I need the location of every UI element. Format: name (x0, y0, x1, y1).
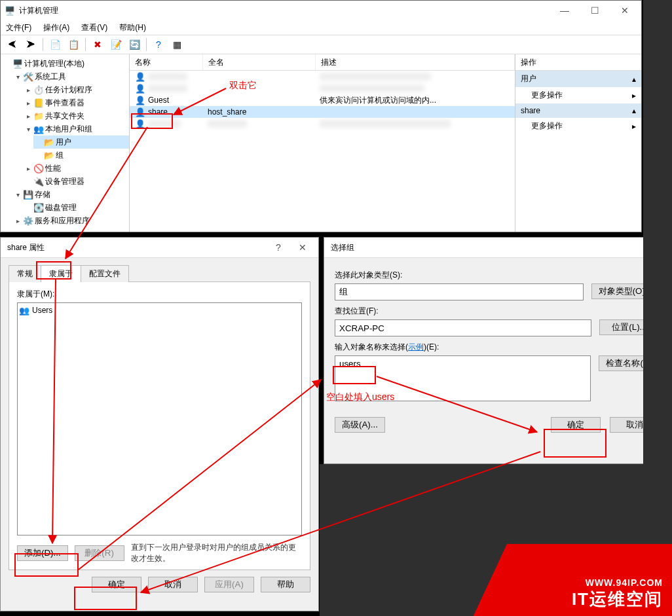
guest-name: Guest (148, 96, 169, 105)
action-header: 操作 (515, 54, 641, 71)
list-row-share[interactable]: 👤share host_share (130, 106, 515, 118)
computer-management-window: 🖥️ 计算机管理 — ☐ ✕ 文件(F) 操作(A) 查看(V) 帮助(H) ⮜… (0, 0, 642, 232)
props-ok-button[interactable]: 确定 (92, 577, 141, 592)
chevron-right-icon: ▸ (632, 122, 636, 131)
window-title: 计算机管理 (19, 5, 58, 16)
location-label: 查找位置(F): (335, 306, 660, 317)
menu-action[interactable]: 操作(A) (43, 22, 69, 33)
refresh-icon[interactable]: 🔄 (126, 37, 142, 52)
back-button[interactable]: ⮜ (5, 37, 20, 52)
toolbar-icon-1[interactable]: 📄 (47, 37, 63, 52)
memberof-list[interactable]: 👥 Users (17, 302, 302, 535)
props-cancel-button[interactable]: 取消 (148, 577, 198, 592)
add-button[interactable]: 添加(D)... (17, 545, 68, 561)
member-users[interactable]: 👥 Users (19, 304, 300, 316)
action-pane: 操作 用户 ▴ 更多操作 ▸ share ▴ 更多操作 ▸ (515, 54, 641, 232)
tree-shared-folders[interactable]: ▸📁共享文件夹 (23, 109, 129, 122)
tree-task-scheduler[interactable]: ▸⏱️任务计划程序 (23, 83, 129, 96)
tab-general[interactable]: 常规 (9, 265, 41, 282)
tree-users[interactable]: 📂用户 (33, 136, 129, 149)
close-button[interactable]: ✕ (610, 1, 640, 20)
advanced-button[interactable]: 高级(A)... (335, 417, 385, 433)
list-row-blur2[interactable]: 👤 (130, 82, 515, 94)
props-buttons: 确定 取消 应用(A) 帮助 (1, 570, 318, 599)
maximize-button[interactable]: ☐ (580, 1, 610, 20)
memberof-note: 直到下一次用户登录时对用户的组成员关系的更改才生效。 (131, 542, 302, 564)
list-row-blur3[interactable]: 👤 (130, 118, 515, 130)
list-header: 名称 全名 描述 (130, 54, 515, 71)
tree-local-users-groups[interactable]: ▾👥本地用户和组 (23, 122, 129, 136)
select-group-dialog: 选择组 ✕ 选择此对象类型(S): 对象类型(O)... 查找位置(F): 位置… (324, 237, 671, 464)
tree-event-viewer[interactable]: ▸📒事件查看器 (23, 96, 129, 109)
action-group-users[interactable]: 用户 ▴ (515, 71, 641, 87)
tree-pane: 🖥️ 计算机管理(本地) ▾🛠️ 系统工具 ▸⏱️任务计划程序 ▸📒事件查看器 (1, 54, 130, 232)
toolbar: ⮜ ⮞ 📄 📋 ✖ 📝 🔄 ? ▦ (1, 35, 641, 54)
remove-button[interactable]: 删除(R) (75, 545, 124, 561)
col-full[interactable]: 全名 (203, 54, 316, 70)
tree-disk-management[interactable]: 💽磁盘管理 (23, 201, 129, 214)
col-name[interactable]: 名称 (130, 54, 203, 70)
list-row-guest[interactable]: 👤Guest 供来宾访问计算机或访问域的内... (130, 94, 515, 106)
selgrp-title: 选择组 (331, 242, 354, 253)
tab-pane: 隶属于(M): 👥 Users 添加(D)... 删除(R) 直到下一次用户登录… (9, 282, 310, 570)
toolbar-icon-3[interactable]: ▦ (169, 37, 185, 52)
delete-icon[interactable]: ✖ (90, 37, 105, 52)
help-icon[interactable]: ? (151, 37, 166, 52)
action-more-1[interactable]: 更多操作 ▸ (515, 87, 641, 103)
action-group-share[interactable]: share ▴ (515, 103, 641, 118)
toolbar-icon-2[interactable]: 📋 (65, 37, 81, 52)
titlebar: 🖥️ 计算机管理 — ☐ ✕ (1, 1, 641, 20)
col-desc[interactable]: 描述 (316, 54, 515, 70)
obj-type-label: 选择此对象类型(S): (335, 270, 660, 281)
list-pane: 名称 全名 描述 👤 👤 👤Guest 供来宾访问计算机或访问域的内... (130, 54, 515, 232)
tree-services-apps[interactable]: ▸⚙️服务和应用程序 (12, 214, 129, 227)
menu-file[interactable]: 文件(F) (6, 22, 31, 33)
location-field (335, 319, 591, 336)
share-properties-dialog: share 属性 ? ✕ 常规 隶属于 配置文件 隶属于(M): 👥 Users… (0, 237, 319, 611)
guest-desc: 供来宾访问计算机或访问域的内... (320, 95, 436, 106)
props-help-button[interactable]: 帮助 (261, 577, 310, 592)
menu-view[interactable]: 查看(V) (81, 22, 107, 33)
memberof-label: 隶属于(M): (17, 289, 302, 300)
tree-root[interactable]: 🖥️ 计算机管理(本地) (2, 57, 129, 70)
props-titlebar: share 属性 ? ✕ (1, 238, 318, 258)
app-icon: 🖥️ (5, 5, 15, 16)
menubar: 文件(F) 操作(A) 查看(V) 帮助(H) (1, 20, 641, 35)
minimize-button[interactable]: — (550, 1, 580, 20)
collapse-up-icon: ▴ (632, 75, 636, 84)
names-input[interactable] (335, 355, 591, 401)
names-label: 输入对象名称来选择(示例)(E): (335, 342, 660, 353)
share-name: share (148, 107, 168, 117)
tab-profile[interactable]: 配置文件 (81, 265, 129, 282)
props-title: share 属性 (7, 242, 45, 253)
action-more-2[interactable]: 更多操作 ▸ (515, 118, 641, 134)
tab-row: 常规 隶属于 配置文件 (9, 264, 310, 282)
example-link[interactable]: 示例 (408, 342, 424, 352)
tree-device-manager[interactable]: 🔌设备管理器 (23, 175, 129, 188)
share-full: host_share (208, 107, 246, 117)
tree-storage[interactable]: ▾💾存储 (12, 188, 129, 201)
tree-system-tools[interactable]: ▾🛠️ 系统工具 (12, 70, 129, 83)
tree-performance[interactable]: ▸🚫性能 (23, 162, 129, 175)
list-row-blur1[interactable]: 👤 (130, 71, 515, 82)
tab-memberof[interactable]: 隶属于 (41, 265, 81, 282)
props-help-icon[interactable]: ? (267, 238, 289, 257)
chevron-right-icon: ▸ (632, 91, 636, 100)
properties-icon[interactable]: 📝 (108, 37, 124, 52)
watermark: WWW.94IP.COM IT运维空间 (572, 577, 663, 611)
obj-type-field (335, 283, 584, 300)
tree-groups[interactable]: 📂组 (33, 149, 129, 162)
forward-button[interactable]: ⮞ (23, 37, 39, 52)
collapse-up-icon: ▴ (632, 106, 636, 115)
selgrp-titlebar: 选择组 ✕ (324, 238, 670, 258)
group-icon: 👥 (19, 305, 29, 316)
props-close-button[interactable]: ✕ (289, 238, 316, 257)
selgrp-ok-button[interactable]: 确定 (551, 417, 601, 433)
props-apply-button[interactable]: 应用(A) (204, 577, 254, 592)
menu-help[interactable]: 帮助(H) (119, 22, 146, 33)
